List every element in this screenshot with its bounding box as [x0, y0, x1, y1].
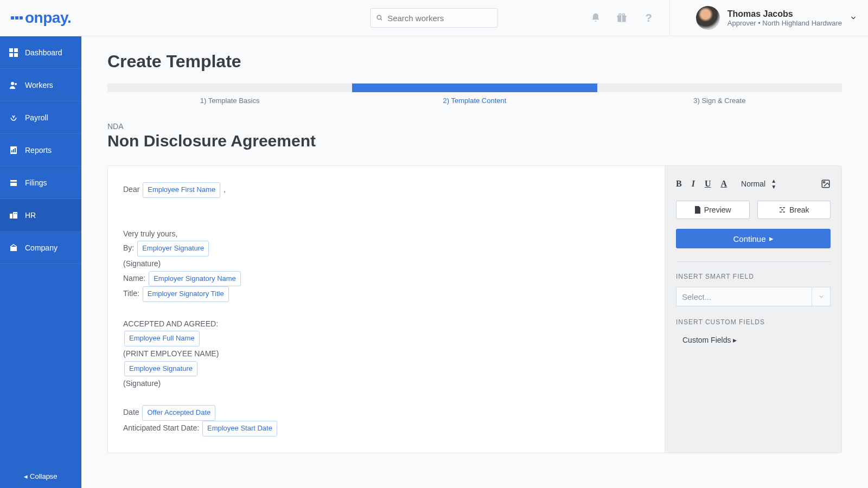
- svg-point-5: [619, 14, 621, 16]
- sidebar-item-label: Company: [25, 243, 58, 252]
- svg-text:?: ?: [645, 12, 652, 24]
- sidebar-item-label: Payroll: [25, 113, 48, 122]
- sidebar-item-dashboard[interactable]: Dashboard: [0, 36, 81, 69]
- stepper: [107, 84, 842, 92]
- sidebar-item-payroll[interactable]: Payroll: [0, 101, 81, 134]
- logo-icon: [11, 16, 23, 20]
- divider: [676, 261, 831, 262]
- payroll-icon: [9, 113, 18, 122]
- svg-rect-19: [10, 183, 17, 186]
- user-subtitle: Approver • North Highland Hardware: [727, 19, 842, 27]
- svg-point-6: [622, 14, 624, 16]
- text-color-button[interactable]: A: [720, 179, 727, 189]
- reports-icon: [9, 146, 18, 155]
- search-input[interactable]: [387, 14, 492, 23]
- divider: [669, 0, 670, 36]
- sidebar-item-company[interactable]: Company: [0, 232, 81, 264]
- svg-rect-16: [13, 149, 14, 152]
- custom-fields-link[interactable]: Custom Fields ▸: [676, 332, 831, 348]
- format-toolbar: B I U A Normal ▲▼: [676, 178, 831, 190]
- svg-rect-23: [16, 213, 17, 214]
- step-label-3[interactable]: 3) Sign & Create: [597, 97, 842, 105]
- side-panel: B I U A Normal ▲▼ Preview Break Continue…: [665, 166, 841, 453]
- chevron-down-icon: [850, 14, 857, 22]
- sidebar-item-hr[interactable]: HR: [0, 199, 81, 232]
- svg-line-1: [380, 19, 382, 21]
- logo[interactable]: onpay.: [11, 9, 71, 27]
- preview-button[interactable]: Preview: [676, 201, 750, 219]
- image-icon[interactable]: [821, 179, 831, 189]
- sidebar-item-label: Dashboard: [25, 48, 62, 57]
- sidebar-item-workers[interactable]: Workers: [0, 69, 81, 101]
- font-size-select[interactable]: Normal ▲▼: [741, 178, 776, 190]
- svg-rect-21: [13, 212, 17, 219]
- token-employer-signatory-title[interactable]: Employer Signatory Title: [143, 286, 229, 302]
- svg-point-0: [377, 15, 381, 19]
- gift-icon[interactable]: [616, 12, 627, 23]
- page-title: Create Template: [107, 52, 842, 72]
- token-offer-accepted-date[interactable]: Offer Accepted Date: [142, 405, 215, 421]
- sidebar-item-label: Workers: [25, 81, 53, 89]
- svg-rect-9: [14, 48, 18, 52]
- svg-rect-18: [10, 180, 17, 182]
- token-employee-signature[interactable]: Employee Signature: [124, 361, 197, 377]
- dashboard-icon: [9, 48, 18, 57]
- svg-rect-11: [14, 53, 18, 57]
- token-employer-signature[interactable]: Employer Signature: [137, 241, 209, 256]
- token-employer-signatory-name[interactable]: Employer Signatory Name: [149, 271, 241, 287]
- token-employee-full-name[interactable]: Employee Full Name: [124, 331, 200, 346]
- workers-icon: [9, 81, 18, 89]
- step-bar-3[interactable]: [597, 84, 842, 92]
- svg-rect-20: [10, 214, 12, 219]
- doc-title: Non Disclosure Agreement: [107, 132, 842, 150]
- collapse-button[interactable]: ◂ Collapse: [0, 465, 81, 488]
- caret-right-icon: ▸: [769, 234, 774, 243]
- chevron-down-icon: [812, 287, 830, 306]
- continue-button[interactable]: Continue ▸: [676, 229, 831, 248]
- main-content: Create Template 1) Template Basics 2) Te…: [81, 36, 868, 488]
- token-first-name[interactable]: Employee First Name: [143, 182, 220, 198]
- user-name: Thomas Jacobs: [727, 9, 842, 19]
- caret-right-icon: ▸: [733, 336, 737, 344]
- search-icon: [376, 14, 384, 22]
- custom-fields-label: INSERT CUSTOM FIELDS: [676, 318, 831, 326]
- break-icon: [778, 206, 786, 214]
- sidebar-item-filings[interactable]: Filings: [0, 166, 81, 199]
- topbar: onpay. ? Thomas Jacobs Approver • North …: [0, 0, 868, 36]
- document-icon: [694, 206, 701, 214]
- svg-rect-15: [11, 150, 12, 152]
- step-bar-1[interactable]: [107, 84, 352, 92]
- editor-wrap: Dear Employee First Name , Very truly yo…: [107, 165, 842, 453]
- break-button[interactable]: Break: [757, 201, 831, 219]
- smart-field-select[interactable]: Select...: [676, 287, 831, 306]
- svg-rect-8: [9, 48, 13, 52]
- underline-button[interactable]: U: [705, 179, 711, 189]
- sidebar: Dashboard Workers Payroll Reports Filing…: [0, 36, 81, 488]
- bell-icon[interactable]: [590, 12, 601, 23]
- help-icon[interactable]: ?: [642, 12, 654, 24]
- avatar: [696, 6, 720, 30]
- svg-point-12: [11, 82, 14, 85]
- user-menu[interactable]: Thomas Jacobs Approver • North Highland …: [685, 6, 857, 30]
- step-label-2[interactable]: 2) Template Content: [352, 97, 597, 105]
- svg-rect-17: [15, 148, 16, 152]
- svg-rect-4: [621, 16, 622, 22]
- svg-point-25: [824, 182, 825, 183]
- sidebar-item-reports[interactable]: Reports: [0, 134, 81, 166]
- token-employee-start-date[interactable]: Employee Start Date: [202, 421, 277, 436]
- step-label-1[interactable]: 1) Template Basics: [107, 97, 352, 105]
- editor[interactable]: Dear Employee First Name , Very truly yo…: [108, 166, 665, 453]
- company-icon: [9, 243, 18, 252]
- sidebar-item-label: Reports: [25, 146, 52, 155]
- step-bar-2[interactable]: [352, 84, 597, 92]
- svg-rect-22: [14, 213, 15, 214]
- italic-button[interactable]: I: [692, 179, 695, 189]
- svg-point-13: [15, 83, 17, 85]
- bold-button[interactable]: B: [676, 179, 682, 189]
- sidebar-item-label: Filings: [25, 178, 47, 187]
- sidebar-item-label: HR: [25, 211, 36, 220]
- svg-rect-10: [9, 53, 13, 57]
- logo-text: onpay.: [25, 9, 71, 27]
- filings-icon: [9, 178, 18, 187]
- search-input-wrap[interactable]: [371, 8, 498, 28]
